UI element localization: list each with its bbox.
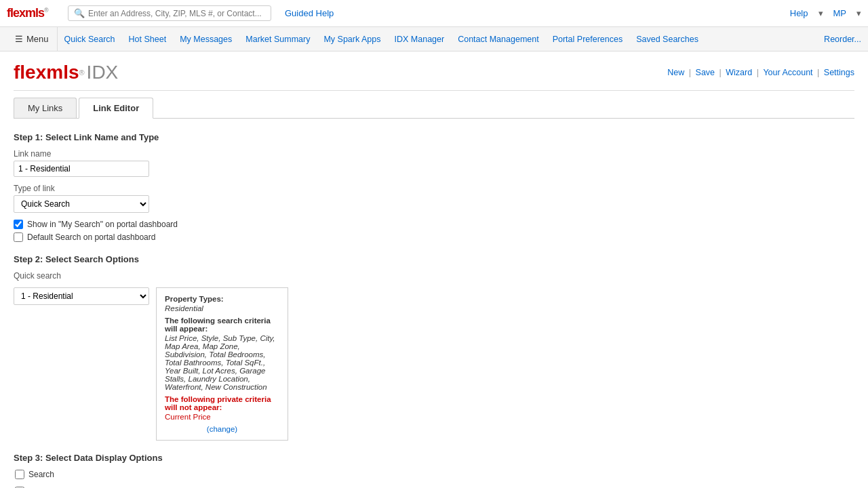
quick-search-select[interactable]: 1 - Residential 2 - Commercial 3 - Land xyxy=(14,287,149,305)
criteria-values: List Price, Style, Sub Type, City, Map A… xyxy=(165,334,279,391)
user-chevron-icon: ▾ xyxy=(856,8,861,18)
nav-my-messages[interactable]: My Messages xyxy=(173,27,239,51)
search-icon: 🔍 xyxy=(74,8,85,18)
reorder-button[interactable]: Reorder... xyxy=(824,35,861,44)
property-types-value: Residential xyxy=(165,304,279,312)
change-link[interactable]: (change) xyxy=(207,425,237,433)
menu-label: Menu xyxy=(26,34,49,44)
step1-section: Step 1: Select Link Name and Type Link n… xyxy=(14,132,854,242)
private-criteria-value: Current Price xyxy=(165,413,279,421)
top-bar: flexmls® 🔍 Guided Help Help ▾ MP ▾ xyxy=(0,0,868,27)
tab-link-editor[interactable]: Link Editor xyxy=(79,98,153,119)
nav-links: Quick Search Hot Sheet My Messages Marke… xyxy=(58,27,825,51)
link-name-group: Link name xyxy=(14,149,854,177)
settings-link[interactable]: Settings xyxy=(824,68,854,77)
help-link[interactable]: Help xyxy=(790,8,808,18)
quick-search-group: Quick search xyxy=(14,271,854,281)
display-options: Search Documents Open Houses Tax History xyxy=(15,470,854,488)
top-right-controls: Help ▾ MP ▾ xyxy=(790,8,861,18)
property-types-label: Property Types: xyxy=(165,295,279,303)
nav-hot-sheet[interactable]: Hot Sheet xyxy=(122,27,174,51)
step2-title: Step 2: Select Search Options xyxy=(14,254,854,264)
checkbox-show-my-search: Show in "My Search" on portal dashboard xyxy=(14,220,854,229)
nav-quick-search[interactable]: Quick Search xyxy=(58,27,122,51)
idx-brand: IDX xyxy=(87,62,119,83)
your-account-link[interactable]: Your Account xyxy=(763,68,812,77)
new-link[interactable]: New xyxy=(667,68,684,77)
show-my-search-label: Show in "My Search" on portal dashboard xyxy=(27,220,178,229)
search-option-label: Search xyxy=(28,470,54,479)
flexmls-logo: flexmls® xyxy=(7,6,61,20)
default-search-label: Default Search on portal dashboard xyxy=(27,232,155,242)
quick-search-row: 1 - Residential 2 - Commercial 3 - Land … xyxy=(14,287,854,441)
header-links: New | Save | Wizard | Your Account | Set… xyxy=(667,68,854,77)
main-content: flexmls® IDX New | Save | Wizard | Your … xyxy=(0,52,868,488)
type-of-link-label: Type of link xyxy=(14,184,854,193)
guided-help-link[interactable]: Guided Help xyxy=(285,8,334,18)
link-name-input[interactable] xyxy=(14,161,149,177)
tab-my-links[interactable]: My Links xyxy=(14,98,77,118)
main-nav: ☰ Menu Quick Search Hot Sheet My Message… xyxy=(0,27,868,52)
hamburger-icon: ☰ xyxy=(15,34,23,44)
help-chevron-icon: ▾ xyxy=(818,8,823,18)
quick-search-label: Quick search xyxy=(14,271,854,281)
wizard-link[interactable]: Wizard xyxy=(726,68,752,77)
search-checkbox[interactable] xyxy=(15,470,24,479)
user-menu[interactable]: MP xyxy=(833,8,847,18)
private-criteria-label: The following private criteria will not … xyxy=(165,395,279,411)
step3-section: Step 3: Select Data Display Options Sear… xyxy=(14,453,854,488)
display-option-search: Search xyxy=(15,470,854,479)
search-info-box: Property Types: Residential The followin… xyxy=(156,287,288,441)
nav-idx-manager[interactable]: IDX Manager xyxy=(388,27,452,51)
default-search-checkbox[interactable] xyxy=(14,232,23,242)
criteria-will-appear-label: The following search criteria will appea… xyxy=(165,317,279,333)
menu-button[interactable]: ☰ Menu xyxy=(7,27,58,51)
step2-section: Step 2: Select Search Options Quick sear… xyxy=(14,254,854,441)
save-link[interactable]: Save xyxy=(696,68,715,77)
idx-logo: flexmls® IDX xyxy=(14,62,118,83)
nav-contact-management[interactable]: Contact Management xyxy=(451,27,546,51)
step1-title: Step 1: Select Link Name and Type xyxy=(14,132,854,142)
global-search-input[interactable] xyxy=(88,9,265,18)
nav-saved-searches[interactable]: Saved Searches xyxy=(629,27,705,51)
idx-header: flexmls® IDX New | Save | Wizard | Your … xyxy=(14,52,854,91)
nav-market-summary[interactable]: Market Summary xyxy=(239,27,317,51)
nav-my-spark-apps[interactable]: My Spark Apps xyxy=(317,27,387,51)
show-my-search-checkbox[interactable] xyxy=(14,220,23,229)
step3-title: Step 3: Select Data Display Options xyxy=(14,453,854,463)
tabs-container: My Links Link Editor xyxy=(14,98,854,119)
global-search-box[interactable]: 🔍 xyxy=(68,5,271,21)
link-name-label: Link name xyxy=(14,149,854,159)
registered-trademark: ® xyxy=(79,68,85,77)
checkbox-default-search: Default Search on portal dashboard xyxy=(14,232,854,242)
type-of-link-select[interactable]: Quick Search IDX Search Map Search xyxy=(14,195,149,213)
nav-portal-preferences[interactable]: Portal Preferences xyxy=(546,27,630,51)
flexmls-brand: flexmls xyxy=(14,62,79,83)
type-of-link-group: Type of link Quick Search IDX Search Map… xyxy=(14,184,854,213)
